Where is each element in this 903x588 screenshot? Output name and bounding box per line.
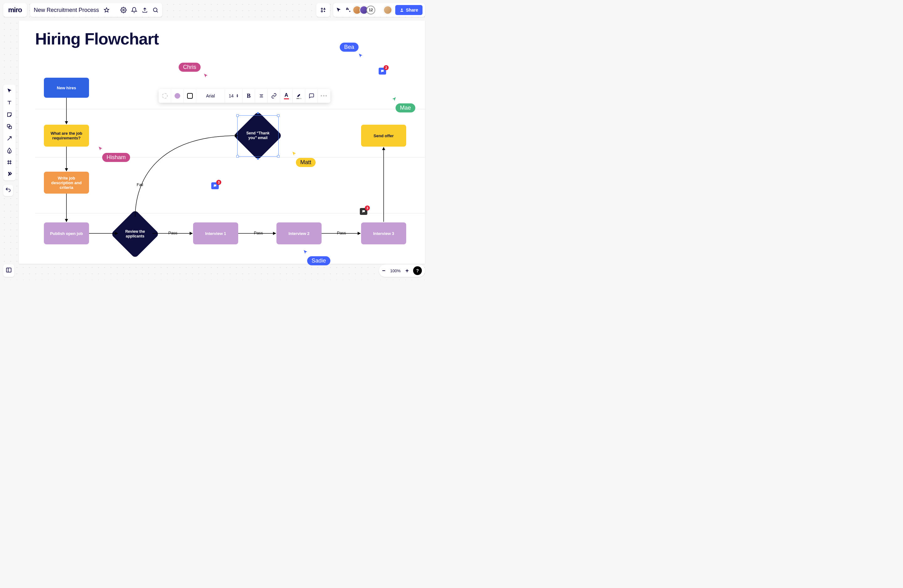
ctx-font-size-value: 14 xyxy=(229,93,234,98)
cursor-chris-icon xyxy=(203,73,209,78)
node-review-label: Review the applicants xyxy=(118,217,152,251)
person-icon xyxy=(400,8,404,12)
board-header-panel: New Recruitment Process xyxy=(30,3,162,17)
cursor-mae: Mae xyxy=(391,97,415,113)
node-thank-you-label: Send “Thank you” email xyxy=(241,118,275,153)
frames-icon xyxy=(6,267,12,273)
ctx-font-size[interactable]: 14▲▼ xyxy=(225,89,242,103)
cursor-matt-icon xyxy=(291,151,297,157)
logo-panel: miro xyxy=(3,3,27,17)
comment-1[interactable]: 3 xyxy=(211,182,219,189)
comment-icon xyxy=(213,184,217,188)
board-frame[interactable]: Hiring Flowchart New hires What are the … xyxy=(19,21,425,264)
cursor-mae-label: Mae xyxy=(396,103,415,113)
zoom-in-button[interactable]: + xyxy=(405,268,409,274)
svg-marker-6 xyxy=(324,8,325,9)
cursor-sadie-label: Sadie xyxy=(307,256,330,265)
comment-1-count: 3 xyxy=(216,180,221,185)
settings-icon[interactable] xyxy=(120,7,127,13)
ctx-font[interactable]: Arial xyxy=(196,89,225,103)
node-requirements[interactable]: What are the job requirements? xyxy=(44,125,89,147)
undo-panel xyxy=(3,185,13,196)
ctx-align[interactable] xyxy=(255,89,267,103)
avatar-more-count[interactable]: 12 xyxy=(367,6,375,14)
edge-label-pass-2: Pass xyxy=(254,230,263,235)
node-thank-you[interactable]: Send “Thank you” email xyxy=(233,111,282,160)
ctx-comment[interactable] xyxy=(305,89,318,103)
avatar-me[interactable] xyxy=(383,6,392,14)
node-review[interactable]: Review the applicants xyxy=(111,210,159,259)
pen-tool[interactable] xyxy=(5,146,14,155)
cursor-matt: Matt xyxy=(291,151,316,167)
top-bar-left: miro New Recruitment Process xyxy=(3,3,162,17)
search-icon[interactable] xyxy=(152,7,159,13)
node-send-offer[interactable]: Send offer xyxy=(361,125,406,147)
edge-label-pass-3: Pass xyxy=(337,230,346,235)
apps-icon xyxy=(320,7,326,13)
cursor-bea: Bea xyxy=(340,42,363,59)
select-tool[interactable] xyxy=(5,86,14,95)
context-toolbar[interactable]: Arial 14▲▼ B A ••• xyxy=(159,89,330,103)
cursor-hisham: Hisham xyxy=(98,146,130,162)
share-button[interactable]: Share xyxy=(395,5,423,15)
share-label: Share xyxy=(406,8,418,13)
svg-marker-0 xyxy=(104,8,109,12)
frame-title[interactable]: Hiring Flowchart xyxy=(35,30,159,48)
node-interview2[interactable]: Interview 2 xyxy=(277,223,322,245)
svg-rect-19 xyxy=(6,268,11,272)
frames-panel-button[interactable] xyxy=(3,264,14,277)
comment-icon xyxy=(361,210,366,213)
reactions-icon[interactable] xyxy=(345,7,351,13)
edge-label-pass-1: Pass xyxy=(168,230,178,235)
ctx-fill-color[interactable] xyxy=(171,89,184,103)
cursor-mae-icon xyxy=(391,97,397,102)
collaborator-avatars[interactable]: 12 xyxy=(354,6,375,14)
node-publish[interactable]: Publish open job xyxy=(44,223,89,245)
undo-icon[interactable] xyxy=(5,187,11,193)
miro-logo[interactable]: miro xyxy=(6,6,24,14)
star-icon[interactable] xyxy=(104,7,110,13)
export-icon[interactable] xyxy=(142,7,148,13)
comment-icon xyxy=(380,69,385,73)
cursor-sadie: Sadie xyxy=(303,249,330,265)
more-tools[interactable] xyxy=(5,170,14,179)
svg-rect-7 xyxy=(321,11,322,12)
shape-tool[interactable] xyxy=(5,122,14,131)
bell-icon[interactable] xyxy=(131,7,137,13)
ctx-link[interactable] xyxy=(267,89,280,103)
cursor-sadie-icon xyxy=(303,249,308,255)
ctx-bold[interactable]: B xyxy=(242,89,255,103)
cursor-hisham-icon xyxy=(98,146,104,152)
cursor-hisham-label: Hisham xyxy=(102,153,130,162)
comment-3[interactable]: 3 xyxy=(360,208,367,215)
help-button[interactable]: ? xyxy=(413,266,422,275)
arrow-tool[interactable] xyxy=(5,134,14,143)
cursor-chris-label: Chris xyxy=(179,63,201,72)
ctx-border[interactable] xyxy=(184,89,196,103)
node-write-desc[interactable]: Write job description and criteria xyxy=(44,172,89,194)
ctx-no-fill[interactable] xyxy=(159,89,171,103)
zoom-level[interactable]: 100% xyxy=(390,268,401,273)
cursor-mode-icon[interactable] xyxy=(336,7,342,13)
edge-label-fail: Fail xyxy=(137,182,143,187)
ctx-text-color[interactable]: A xyxy=(280,89,293,103)
ctx-more[interactable]: ••• xyxy=(318,89,330,103)
collab-panel: 12 Share xyxy=(333,3,425,17)
cursor-bea-label: Bea xyxy=(340,42,359,52)
node-interview1[interactable]: Interview 1 xyxy=(193,223,238,245)
svg-point-10 xyxy=(401,8,403,10)
board-name[interactable]: New Recruitment Process xyxy=(34,7,99,14)
svg-point-5 xyxy=(321,8,322,9)
node-interview3[interactable]: Interview 3 xyxy=(361,223,406,245)
zoom-control: − 100% + ? xyxy=(379,264,425,277)
comment-2-count: 2 xyxy=(384,65,389,70)
comment-2[interactable]: 2 xyxy=(379,67,386,75)
text-tool[interactable] xyxy=(5,98,14,107)
ctx-highlight[interactable] xyxy=(293,89,305,103)
frame-tool[interactable] xyxy=(5,158,14,167)
apps-button[interactable] xyxy=(316,3,330,17)
zoom-out-button[interactable]: − xyxy=(382,268,385,274)
cursor-chris: Chris xyxy=(179,63,209,78)
node-new-hires[interactable]: New hires xyxy=(44,78,89,98)
sticky-tool[interactable] xyxy=(5,110,14,119)
